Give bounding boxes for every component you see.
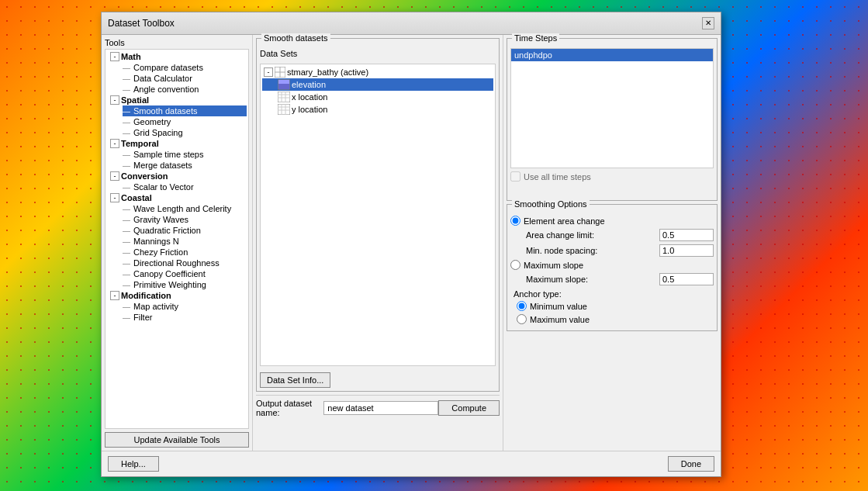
expand-conversion-icon[interactable]: -	[110, 171, 119, 181]
datasets-tree: - stmary_bathy (active)	[260, 64, 496, 366]
time-steps-group: Time Steps undphdpo Use all time steps	[507, 38, 718, 201]
expand-temporal-icon[interactable]: -	[110, 139, 119, 148]
min-node-input[interactable]	[659, 244, 714, 257]
min-value-radio[interactable]	[517, 301, 527, 311]
expand-math-icon[interactable]: -	[110, 52, 119, 61]
use-all-row: Use all time steps	[510, 171, 714, 182]
max-slope-radio[interactable]	[510, 260, 520, 270]
output-row: Output dataset name: Compute	[256, 395, 500, 417]
ds-x-location[interactable]: x location	[262, 91, 493, 103]
tree-merge[interactable]: — Merge datasets	[123, 160, 247, 171]
help-button[interactable]: Help...	[108, 456, 159, 472]
time-steps-title: Time Steps	[512, 33, 559, 43]
dialog-titlebar: Dataset Toolbox ✕	[102, 12, 721, 35]
expand-modification-icon[interactable]: -	[110, 291, 119, 300]
right-panel: Time Steps undphdpo Use all time steps S…	[503, 35, 721, 451]
tools-tree: - Math — Compare datasets — Data Calcula…	[105, 49, 249, 429]
tree-math[interactable]: - Math	[110, 51, 247, 62]
tree-spatial[interactable]: - Spatial	[110, 95, 247, 105]
update-available-tools-button[interactable]: Update Available Tools	[105, 432, 249, 448]
done-button[interactable]: Done	[668, 456, 714, 472]
max-slope-label: Maximum slope	[524, 261, 583, 270]
tree-coastal[interactable]: - Coastal	[110, 192, 247, 203]
svg-rect-5	[278, 84, 289, 89]
ds-elevation[interactable]: elevation	[262, 78, 493, 91]
tree-gravity-waves[interactable]: — Gravity Waves	[123, 214, 247, 225]
ds-stmary[interactable]: - stmary_bathy (active)	[262, 66, 493, 78]
max-value-row: Maximum value	[510, 314, 714, 324]
compute-button[interactable]: Compute	[438, 400, 500, 416]
time-steps-list: undphdpo	[510, 48, 714, 168]
tree-grid-spacing[interactable]: — Grid Spacing	[123, 127, 247, 138]
tools-panel: Tools - Math — Compare datasets — Data C…	[102, 35, 253, 451]
ds-y-location[interactable]: y location	[262, 103, 493, 116]
smooth-datasets-group: Smooth datasets Data Sets - stmary_bathy…	[256, 38, 500, 392]
expand-spatial-icon[interactable]: -	[110, 95, 119, 105]
min-node-row: Min. node spacing:	[510, 244, 714, 257]
tree-compare[interactable]: — Compare datasets	[123, 62, 247, 73]
tree-conversion[interactable]: - Conversion	[110, 171, 247, 182]
tree-canopy[interactable]: — Canopy Coefficient	[123, 268, 247, 279]
expand-coastal-icon[interactable]: -	[110, 193, 119, 202]
svg-rect-11	[278, 104, 290, 115]
ylocation-icon	[278, 104, 290, 115]
min-value-label: Minimum value	[530, 302, 587, 311]
output-dataset-input[interactable]	[323, 401, 438, 415]
tree-data-calculator[interactable]: — Data Calculator	[123, 73, 247, 84]
dataset-icon	[275, 67, 285, 78]
max-slope-value-row: Maximum slope:	[510, 273, 714, 285]
tree-sample-time[interactable]: — Sample time steps	[123, 149, 247, 160]
max-value-label: Maximum value	[530, 315, 590, 324]
tree-wave-length[interactable]: — Wave Length and Celerity	[123, 203, 247, 214]
svg-rect-6	[278, 92, 290, 102]
smoothing-options-group: Smoothing Options Element area change Ar…	[507, 204, 718, 331]
min-node-label: Min. node spacing:	[526, 246, 659, 255]
tree-map-activity[interactable]: — Map activity	[123, 301, 247, 312]
dialog-footer: Help... Done	[102, 451, 721, 476]
tree-primitive[interactable]: — Primitive Weighting	[123, 279, 247, 290]
max-slope-row: Maximum slope	[510, 260, 714, 270]
area-change-label: Area change limit:	[526, 230, 659, 240]
svg-rect-4	[278, 80, 289, 84]
data-sets-label: Data Sets	[260, 49, 297, 58]
tree-chezy[interactable]: — Chezy Friction	[123, 247, 247, 258]
xlocation-icon	[278, 92, 290, 102]
smoothing-options-title: Smoothing Options	[512, 199, 590, 209]
time-step-item[interactable]: undphdpo	[511, 49, 713, 61]
max-slope-value-label: Maximum slope:	[526, 275, 659, 284]
element-area-row: Element area change	[510, 216, 714, 226]
elevation-icon	[278, 79, 290, 90]
anchor-label: Anchor type:	[514, 289, 562, 299]
use-all-checkbox[interactable]	[510, 171, 520, 182]
tree-scalar-vector[interactable]: — Scalar to Vector	[123, 182, 247, 192]
use-all-label: Use all time steps	[524, 172, 591, 182]
tree-directional[interactable]: — Directional Roughness	[123, 258, 247, 268]
smooth-datasets-group-title: Smooth datasets	[261, 33, 330, 43]
tree-temporal[interactable]: - Temporal	[110, 138, 247, 149]
max-slope-input[interactable]	[659, 273, 714, 285]
tree-filter[interactable]: — Filter	[123, 312, 247, 323]
max-value-radio[interactable]	[517, 314, 527, 324]
tree-quadratic-friction[interactable]: — Quadratic Friction	[123, 225, 247, 236]
output-label: Output dataset name:	[256, 399, 320, 417]
dialog-title: Dataset Toolbox	[108, 18, 175, 29]
dataset-toolbox-dialog: Dataset Toolbox ✕ Tools - Math — Compare…	[101, 12, 721, 477]
tree-smooth-datasets[interactable]: — Smooth datasets	[123, 105, 247, 116]
tree-modification[interactable]: - Modification	[110, 290, 247, 301]
smooth-datasets-panel: Smooth datasets Data Sets - stmary_bathy…	[253, 35, 503, 451]
close-button[interactable]: ✕	[702, 17, 714, 29]
tree-mannings-n[interactable]: — Mannings N	[123, 236, 247, 247]
dialog-content: Tools - Math — Compare datasets — Data C…	[102, 35, 721, 451]
area-change-row: Area change limit:	[510, 229, 714, 241]
area-change-input[interactable]	[659, 229, 714, 241]
expand-stmary-icon[interactable]: -	[264, 67, 273, 77]
element-area-radio[interactable]	[510, 216, 520, 226]
tree-angle-convention[interactable]: — Angle convention	[123, 84, 247, 95]
element-area-label: Element area change	[524, 216, 605, 226]
dataset-info-button[interactable]: Data Set Info...	[260, 372, 330, 388]
tree-geometry[interactable]: — Geometry	[123, 116, 247, 127]
min-value-row: Minimum value	[510, 301, 714, 311]
tools-label: Tools	[105, 38, 249, 47]
